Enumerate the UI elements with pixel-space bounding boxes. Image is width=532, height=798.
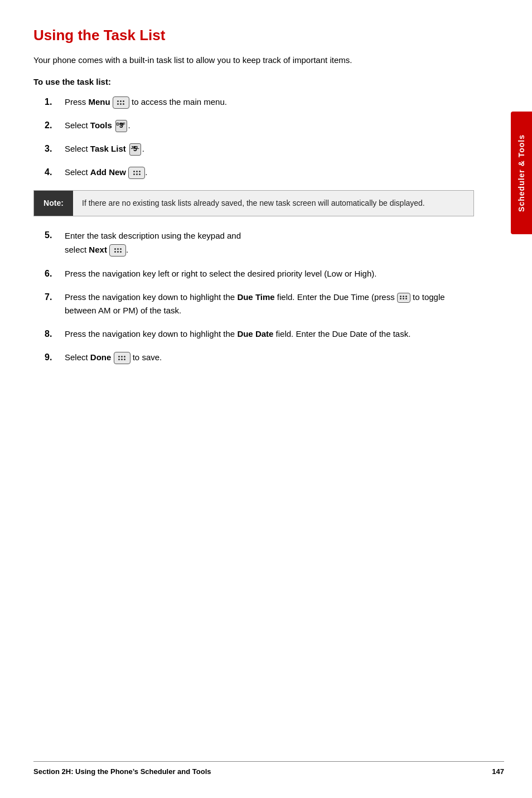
note-content: If there are no existing task lists alre… [73, 191, 434, 216]
step-1-content: Press Menu to access the main menu. [65, 95, 227, 109]
step-8: 8. Press the navigation key down to high… [45, 327, 487, 341]
page-title: Using the Task List [33, 27, 487, 44]
step-2: 2. Select Tools 3DEF . [45, 119, 487, 132]
step-1: 1. Press Menu to access the main menu. [45, 95, 487, 109]
note-box: Note: If there are no existing task list… [33, 190, 474, 216]
step-5-number: 5. [45, 229, 65, 242]
step-2-number: 2. [45, 119, 65, 132]
footer-section-label: Section 2H: Using the Phone’s Scheduler … [33, 767, 211, 776]
menu-icon [113, 96, 129, 109]
section-label: To use the task list: [33, 77, 487, 86]
step-3-number: 3. [45, 142, 65, 156]
step-9-number: 9. [45, 351, 65, 364]
step-1-number: 1. [45, 95, 65, 109]
step-8-number: 8. [45, 327, 65, 341]
key-5-icon: 5JKL [129, 143, 141, 156]
footer-page-number: 147 [492, 767, 504, 776]
step-9: 9. Select Done to save. [45, 351, 487, 364]
toggle-icon [397, 293, 410, 303]
done-icon [114, 352, 130, 364]
key-3-icon: 3DEF [115, 120, 127, 132]
step-3: 3. Select Task List 5JKL . [45, 142, 487, 156]
note-label: Note: [34, 191, 73, 216]
step-4-content: Select Add New . [65, 166, 147, 179]
step-7-content: Press the navigation key down to highlig… [65, 291, 455, 317]
step-5-content: Enter the task description using the key… [65, 229, 241, 257]
step-6: 6. Press the navigation key left or righ… [45, 267, 487, 280]
add-new-icon [128, 167, 145, 179]
sidebar-tab: Scheduler & Tools [511, 112, 532, 234]
intro-text: Your phone comes with a built-in task li… [33, 54, 468, 67]
step-7-number: 7. [45, 291, 65, 304]
steps-list-1: 1. Press Menu to access the main menu. 2… [45, 95, 487, 179]
step-8-content: Press the navigation key down to highlig… [65, 327, 410, 341]
step-3-content: Select Task List 5JKL . [65, 142, 144, 156]
step-6-number: 6. [45, 267, 65, 280]
step-2-content: Select Tools 3DEF . [65, 119, 130, 132]
step-4-number: 4. [45, 166, 65, 179]
page-footer: Section 2H: Using the Phone’s Scheduler … [33, 761, 504, 776]
step-6-content: Press the navigation key left or right t… [65, 267, 376, 280]
step-4: 4. Select Add New . [45, 166, 487, 179]
next-icon [109, 244, 126, 257]
step-9-content: Select Done to save. [65, 351, 162, 364]
step-5: 5. Enter the task description using the … [45, 229, 487, 257]
step-7: 7. Press the navigation key down to high… [45, 291, 487, 317]
sidebar-tab-label: Scheduler & Tools [517, 134, 526, 212]
page-container: Scheduler & Tools Using the Task List Yo… [0, 0, 532, 798]
steps-list-2: 5. Enter the task description using the … [45, 229, 487, 364]
